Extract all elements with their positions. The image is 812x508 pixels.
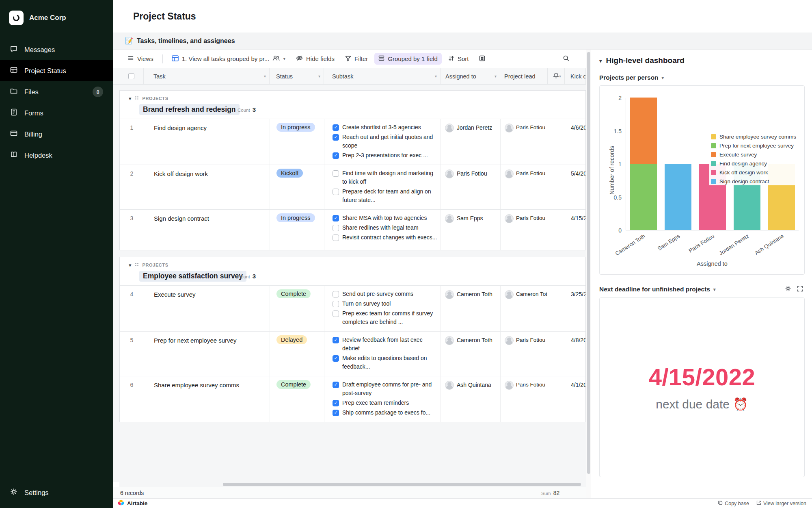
subtask-checkbox[interactable] bbox=[333, 225, 339, 231]
table-row[interactable]: 2Kick off design workKickoffFind time wi… bbox=[120, 165, 585, 209]
subtask-checkbox[interactable] bbox=[333, 189, 339, 195]
status-cell[interactable]: Kickoff bbox=[270, 165, 324, 209]
airtable-brand[interactable]: Airtable bbox=[118, 500, 147, 507]
sidebar-item-messages[interactable]: Messages bbox=[0, 39, 113, 60]
project-lead-cell[interactable]: Paris Fotiou bbox=[501, 332, 548, 376]
sidebar-item-files[interactable]: Files 8 bbox=[0, 81, 113, 102]
sidebar-item-project-status[interactable]: Project Status bbox=[0, 60, 113, 81]
bar-segment[interactable] bbox=[630, 98, 657, 164]
gear-icon[interactable] bbox=[785, 285, 791, 293]
sidebar-item-forms[interactable]: Forms bbox=[0, 102, 113, 124]
bar-segment[interactable] bbox=[630, 164, 657, 230]
assigned-cell[interactable]: Jordan Peretz bbox=[441, 119, 501, 165]
column-header-project-lead[interactable]: Project lead bbox=[500, 68, 548, 84]
group-title[interactable]: Brand refresh and redesign bbox=[139, 104, 240, 115]
subtask-checkbox[interactable]: ✓ bbox=[333, 400, 339, 406]
kickoff-cell[interactable]: 3/25/2 bbox=[565, 286, 585, 331]
column-header-kickoff[interactable]: Kick of bbox=[565, 68, 586, 84]
chevron-down-icon[interactable]: ▾ bbox=[662, 75, 664, 80]
status-cell[interactable]: Complete bbox=[270, 376, 324, 422]
tab-tasks-timelines[interactable]: 📝 Tasks, timelines, and assignees bbox=[125, 37, 235, 45]
status-badge: Delayed bbox=[276, 335, 307, 344]
subtask-cell[interactable]: ✓Create shortlist of 3-5 agencies✓Reach … bbox=[324, 119, 441, 165]
status-cell[interactable]: In progress bbox=[270, 119, 324, 165]
kickoff-cell[interactable]: 5/4/20 bbox=[565, 165, 585, 209]
project-lead-cell[interactable]: Paris Fotiou bbox=[501, 119, 548, 165]
table-row[interactable]: 4Execute surveyCompleteSend out pre-surv… bbox=[120, 285, 585, 331]
assigned-cell[interactable]: Paris Fotiou bbox=[441, 165, 501, 209]
views-button[interactable]: Views bbox=[123, 52, 158, 65]
subtask-cell[interactable]: ✓Share MSA with top two agenciesShare re… bbox=[324, 210, 441, 250]
group-button[interactable]: Grouped by 1 field bbox=[374, 53, 442, 65]
view-larger-link[interactable]: View larger version bbox=[756, 500, 806, 506]
select-all-checkbox[interactable] bbox=[128, 73, 134, 79]
column-header-notifications[interactable]: ▾ bbox=[548, 68, 565, 84]
subtask-checkbox[interactable]: ✓ bbox=[333, 410, 339, 416]
subtask-checkbox[interactable] bbox=[333, 291, 339, 297]
filter-button[interactable]: Filter bbox=[341, 53, 372, 65]
subtask-checkbox[interactable]: ✓ bbox=[333, 124, 339, 131]
chevron-down-icon[interactable]: ▾ bbox=[713, 287, 716, 292]
table-row[interactable]: 6Share employee survey commsComplete✓Dra… bbox=[120, 376, 585, 422]
table-row[interactable]: 5Prep for next employee surveyDelayed✓Re… bbox=[120, 331, 585, 376]
horizontal-scrollbar-thumb[interactable] bbox=[223, 483, 581, 486]
task-cell[interactable]: Execute survey bbox=[144, 286, 270, 331]
status-cell[interactable]: Delayed bbox=[270, 332, 324, 376]
copy-base-link[interactable]: Copy base bbox=[718, 500, 749, 506]
column-header-assigned-to[interactable]: Assigned to▾ bbox=[441, 68, 500, 84]
task-cell[interactable]: Sign design contract bbox=[144, 210, 270, 250]
collapse-group-icon[interactable]: ▾ bbox=[129, 96, 132, 102]
row-height-button[interactable] bbox=[475, 53, 489, 65]
project-lead-cell[interactable]: Paris Fotiou bbox=[501, 165, 548, 209]
subtask-checkbox[interactable]: ✓ bbox=[333, 382, 339, 388]
bar-segment[interactable] bbox=[665, 164, 691, 230]
sidebar-item-billing[interactable]: Billing bbox=[0, 124, 113, 145]
subtask-checkbox[interactable] bbox=[333, 170, 339, 177]
subtask-cell[interactable]: Send out pre-survey commsTurn on survey … bbox=[324, 286, 441, 331]
subtask-checkbox[interactable]: ✓ bbox=[333, 355, 339, 362]
task-cell[interactable]: Share employee survey comms bbox=[144, 376, 270, 422]
assigned-cell[interactable]: Ash Quintana bbox=[441, 376, 501, 422]
assigned-cell[interactable]: Cameron Toth bbox=[441, 332, 501, 376]
subtask-checkbox[interactable]: ✓ bbox=[333, 152, 339, 159]
kickoff-cell[interactable]: 4/6/20 bbox=[565, 119, 585, 165]
subtask-checkbox[interactable]: ✓ bbox=[333, 134, 339, 141]
subtask-checkbox[interactable] bbox=[333, 234, 339, 241]
collapse-group-icon[interactable]: ▾ bbox=[129, 262, 132, 268]
column-header-status[interactable]: Status▾ bbox=[270, 68, 324, 84]
sidebar-item-settings[interactable]: Settings bbox=[0, 477, 113, 508]
status-cell[interactable]: Complete bbox=[270, 286, 324, 331]
view-switcher[interactable]: 1. View all tasks grouped by pr... ▾ bbox=[168, 53, 289, 65]
kickoff-cell[interactable]: 4/8/20 bbox=[565, 332, 585, 376]
subtask-cell[interactable]: ✓Draft employee comms for pre- and post-… bbox=[324, 376, 441, 422]
search-button[interactable] bbox=[559, 52, 574, 65]
group-title[interactable]: Employee satisfaction survey bbox=[139, 271, 246, 282]
vertical-scrollbar-thumb[interactable] bbox=[587, 52, 590, 474]
hide-fields-button[interactable]: Hide fields bbox=[292, 52, 339, 65]
task-cell[interactable]: Find design agency bbox=[144, 119, 270, 165]
subtask-checkbox[interactable] bbox=[333, 301, 339, 307]
assigned-cell[interactable]: Cameron Toth bbox=[441, 286, 501, 331]
project-lead-cell[interactable]: Paris Fotiou bbox=[501, 376, 548, 422]
subtask-cell[interactable]: ✓Review feedback from last exec debrief✓… bbox=[324, 332, 441, 376]
column-header-subtask[interactable]: Subtask▾ bbox=[324, 68, 441, 84]
table-row[interactable]: 1Find design agencyIn progress✓Create sh… bbox=[120, 119, 585, 165]
kickoff-cell[interactable]: 4/1/20 bbox=[565, 376, 585, 422]
assigned-cell[interactable]: Sam Epps bbox=[441, 210, 501, 250]
project-lead-cell[interactable]: Cameron Toth bbox=[501, 286, 548, 331]
subtask-checkbox[interactable]: ✓ bbox=[333, 215, 339, 221]
subtask-checkbox[interactable]: ✓ bbox=[333, 337, 339, 343]
task-cell[interactable]: Prep for next employee survey bbox=[144, 332, 270, 376]
subtask-cell[interactable]: Find time with design and marketing to k… bbox=[324, 165, 441, 209]
collapse-section-icon[interactable]: ▾ bbox=[599, 58, 602, 64]
project-lead-cell[interactable]: Paris Fotiou bbox=[501, 210, 548, 250]
subtask-checkbox[interactable] bbox=[333, 310, 339, 317]
sidebar-item-helpdesk[interactable]: Helpdesk bbox=[0, 145, 113, 166]
task-cell[interactable]: Kick off design work bbox=[144, 165, 270, 209]
status-cell[interactable]: In progress bbox=[270, 210, 324, 250]
table-row[interactable]: 3Sign design contractIn progress✓Share M… bbox=[120, 209, 585, 250]
sort-button[interactable]: Sort bbox=[444, 53, 473, 65]
column-header-task[interactable]: Task▾ bbox=[144, 68, 270, 84]
kickoff-cell[interactable]: 4/15/2 bbox=[565, 210, 585, 250]
fullscreen-icon[interactable] bbox=[797, 286, 803, 293]
